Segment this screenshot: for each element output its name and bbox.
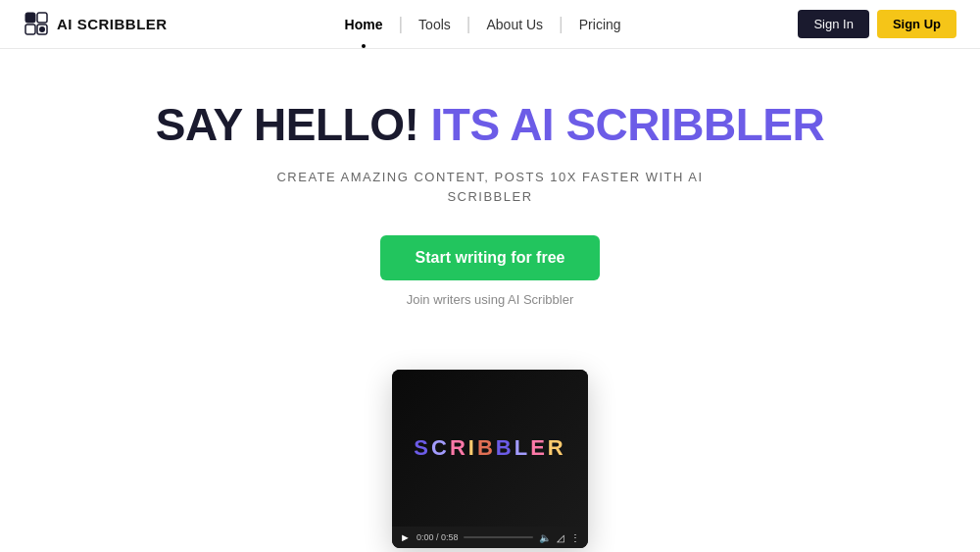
hero-title-black: SAY HELLO! <box>156 99 419 150</box>
more-button[interactable]: ⋮ <box>570 532 580 543</box>
nav-pricing[interactable]: Pricing <box>564 17 637 32</box>
play-button[interactable]: ► <box>400 531 411 543</box>
nav-home[interactable]: Home <box>329 17 399 32</box>
fullscreen-button[interactable]: ◿ <box>557 532 564 543</box>
nav-tools[interactable]: Tools <box>403 17 466 32</box>
svg-point-4 <box>39 26 45 32</box>
nav-about[interactable]: About Us <box>470 17 559 32</box>
hero-join-text: Join writers using AI Scribbler <box>20 292 960 307</box>
hero-title-purple: ITS AI SCRIBBLER <box>418 99 824 150</box>
svg-rect-1 <box>37 13 47 23</box>
logo[interactable]: AI SCRIBBLER <box>24 11 168 38</box>
video-time: 0:00 / 0:58 <box>416 532 459 542</box>
nav-actions: Sign In Sign Up <box>798 10 956 38</box>
svg-rect-2 <box>25 25 35 34</box>
hero-title: SAY HELLO! ITS AI SCRIBBLER <box>20 100 960 150</box>
video-controls: ► 0:00 / 0:58 🔈 ◿ ⋮ <box>392 527 588 548</box>
signup-button[interactable]: Sign Up <box>877 10 956 38</box>
logo-text: AI SCRIBBLER <box>57 16 168 32</box>
hero-subtitle: CREATE AMAZING CONTENT, POSTS 10X FASTER… <box>20 168 960 209</box>
svg-rect-0 <box>25 13 35 23</box>
video-section: SCRIBBLER ► 0:00 / 0:58 🔈 ◿ ⋮ <box>0 370 980 548</box>
video-screen: SCRIBBLER <box>392 370 588 527</box>
logo-icon <box>24 11 51 38</box>
video-brand-logo: SCRIBBLER <box>414 435 565 461</box>
signin-button[interactable]: Sign In <box>798 10 868 38</box>
progress-bar[interactable] <box>464 536 533 538</box>
hero-section: SAY HELLO! ITS AI SCRIBBLER CREATE AMAZI… <box>0 49 980 360</box>
volume-button[interactable]: 🔈 <box>539 532 551 543</box>
cta-button[interactable]: Start writing for free <box>380 235 601 280</box>
navbar: AI SCRIBBLER Home | Tools | About Us | P… <box>0 0 980 49</box>
nav-links: Home | Tools | About Us | Pricing <box>329 14 637 34</box>
video-player[interactable]: SCRIBBLER ► 0:00 / 0:58 🔈 ◿ ⋮ <box>392 370 588 548</box>
